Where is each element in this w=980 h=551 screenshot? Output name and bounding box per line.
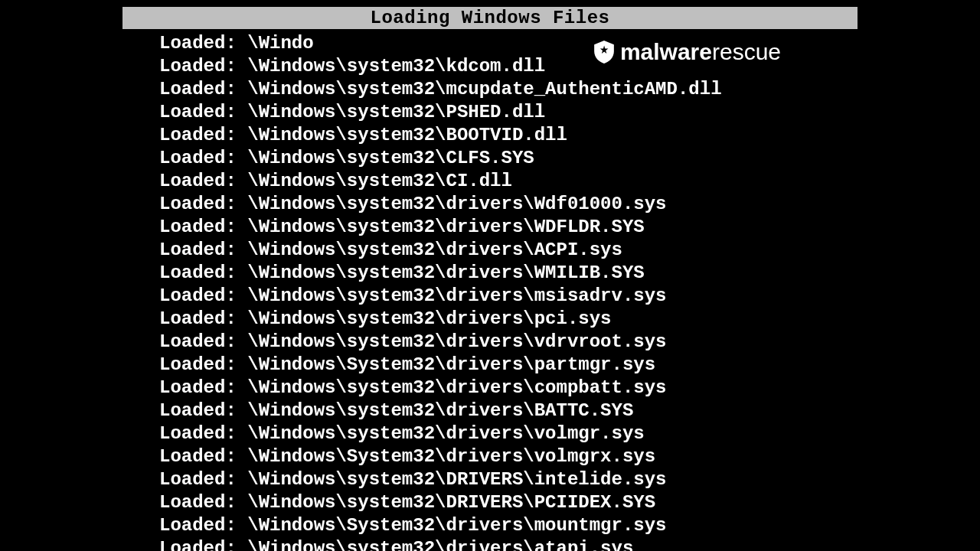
loaded-label: Loaded: <box>159 445 237 468</box>
loaded-line: Loaded: \Windows\system32\drivers\volmgr… <box>159 422 858 445</box>
loaded-label: Loaded: <box>159 193 237 216</box>
loaded-path: \Windows\system32\drivers\atapi.sys <box>237 538 633 551</box>
loaded-label: Loaded: <box>159 422 237 445</box>
loaded-line: Loaded: \Windows\system32\CLFS.SYS <box>159 147 858 170</box>
loaded-path: \Windows\system32\DRIVERS\intelide.sys <box>237 469 667 490</box>
loaded-label: Loaded: <box>159 262 237 285</box>
loaded-label: Loaded: <box>159 239 237 262</box>
loaded-path: \Windows\system32\mcupdate_AuthenticAMD.… <box>237 79 722 99</box>
loaded-path: \Windows\system32\drivers\WDFLDR.SYS <box>237 217 645 237</box>
loaded-line: Loaded: \Windows\System32\drivers\partmg… <box>159 354 858 377</box>
loaded-line: Loaded: \Windows\system32\drivers\pci.sy… <box>159 308 858 331</box>
loaded-label: Loaded: <box>159 468 237 491</box>
loaded-files-list: Loaded: \WindoLoaded: \Windows\system32\… <box>122 29 858 551</box>
loaded-line: Loaded: \Windows\system32\drivers\ACPI.s… <box>159 239 858 262</box>
loaded-label: Loaded: <box>159 285 237 308</box>
loaded-path: \Windows\system32\drivers\ACPI.sys <box>237 240 622 260</box>
loaded-path: \Windows\System32\drivers\mountmgr.sys <box>237 515 667 536</box>
loaded-path: \Windows\system32\PSHED.dll <box>237 102 545 122</box>
loaded-path: \Windows\system32\drivers\compbatt.sys <box>237 377 667 398</box>
loaded-label: Loaded: <box>159 399 237 422</box>
loaded-label: Loaded: <box>159 124 237 147</box>
loaded-line: Loaded: \Windows\system32\drivers\atapi.… <box>159 537 858 551</box>
loaded-line: Loaded: \Windows\system32\mcupdate_Authe… <box>159 78 858 101</box>
loaded-label: Loaded: <box>159 55 237 78</box>
loaded-label: Loaded: <box>159 32 237 55</box>
loaded-path: \Windows\system32\drivers\WMILIB.SYS <box>237 262 645 283</box>
loaded-line: Loaded: \Windows\system32\drivers\Wdf010… <box>159 193 858 216</box>
loaded-label: Loaded: <box>159 78 237 101</box>
loaded-path: \Windows\System32\drivers\volmgrx.sys <box>237 446 655 467</box>
loaded-line: Loaded: \Windows\system32\drivers\WMILIB… <box>159 262 858 285</box>
loaded-line: Loaded: \Windo <box>159 32 858 55</box>
loaded-label: Loaded: <box>159 377 237 399</box>
loaded-line: Loaded: \Windows\system32\drivers\BATTC.… <box>159 399 858 422</box>
loaded-path: \Windows\system32\drivers\pci.sys <box>237 308 612 329</box>
loaded-path: \Windows\system32\CI.dll <box>237 171 512 191</box>
loaded-label: Loaded: <box>159 354 237 377</box>
loaded-path: \Windows\system32\CLFS.SYS <box>237 148 534 168</box>
loaded-line: Loaded: \Windows\system32\CI.dll <box>159 170 858 193</box>
loaded-label: Loaded: <box>159 537 237 551</box>
loaded-path: \Windows\system32\drivers\Wdf01000.sys <box>237 194 667 214</box>
loaded-label: Loaded: <box>159 331 237 354</box>
loaded-label: Loaded: <box>159 514 237 537</box>
loaded-path: \Windows\system32\drivers\volmgr.sys <box>237 423 645 444</box>
loaded-path: \Windo <box>237 33 314 54</box>
loaded-path: \Windows\system32\drivers\msisadrv.sys <box>237 285 667 306</box>
loaded-line: Loaded: \Windows\system32\drivers\WDFLDR… <box>159 216 858 239</box>
boot-screen: Loading Windows Files malwarerescue Load… <box>122 7 858 551</box>
loaded-label: Loaded: <box>159 170 237 193</box>
loaded-line: Loaded: \Windows\System32\drivers\volmgr… <box>159 445 858 468</box>
loaded-line: Loaded: \Windows\system32\kdcom.dll <box>159 55 858 78</box>
loaded-line: Loaded: \Windows\system32\drivers\msisad… <box>159 285 858 308</box>
loaded-label: Loaded: <box>159 308 237 331</box>
loaded-line: Loaded: \Windows\system32\PSHED.dll <box>159 101 858 124</box>
loaded-path: \Windows\system32\drivers\vdrvroot.sys <box>237 331 667 352</box>
loaded-path: \Windows\system32\BOOTVID.dll <box>237 125 567 145</box>
loaded-label: Loaded: <box>159 491 237 514</box>
title-bar: Loading Windows Files <box>122 7 858 29</box>
loaded-path: \Windows\system32\kdcom.dll <box>237 56 545 77</box>
loaded-line: Loaded: \Windows\system32\DRIVERS\inteli… <box>159 468 858 491</box>
loaded-line: Loaded: \Windows\system32\DRIVERS\PCIIDE… <box>159 491 858 514</box>
loaded-label: Loaded: <box>159 147 237 170</box>
loaded-line: Loaded: \Windows\system32\BOOTVID.dll <box>159 124 858 147</box>
loaded-line: Loaded: \Windows\system32\drivers\compba… <box>159 377 858 399</box>
loaded-line: Loaded: \Windows\System32\drivers\mountm… <box>159 514 858 537</box>
loaded-path: \Windows\system32\DRIVERS\PCIIDEX.SYS <box>237 492 655 513</box>
loaded-label: Loaded: <box>159 216 237 239</box>
loaded-path: \Windows\system32\drivers\BATTC.SYS <box>237 400 633 421</box>
loaded-path: \Windows\System32\drivers\partmgr.sys <box>237 354 655 375</box>
loaded-line: Loaded: \Windows\system32\drivers\vdrvro… <box>159 331 858 354</box>
loaded-label: Loaded: <box>159 101 237 124</box>
